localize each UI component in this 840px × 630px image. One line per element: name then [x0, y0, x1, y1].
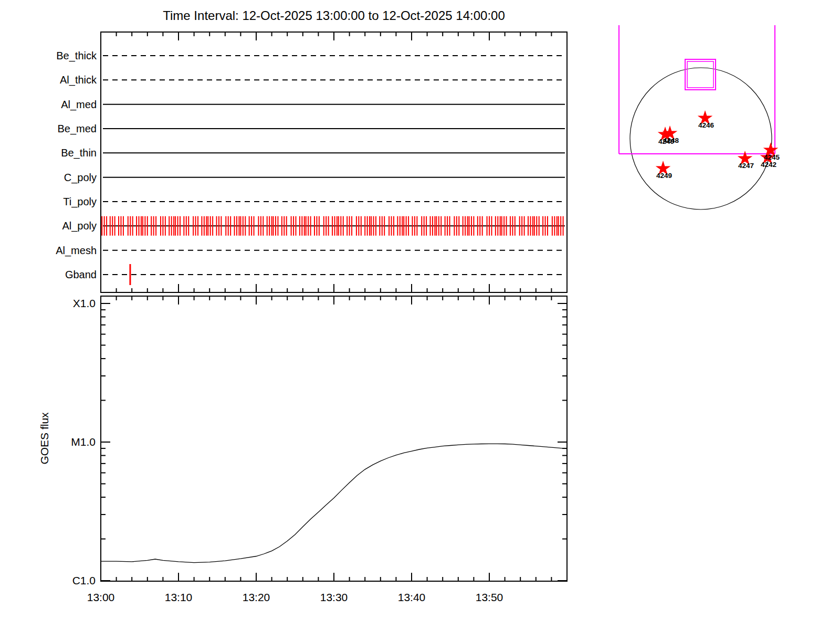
channel-row-C_poly: C_poly: [64, 172, 565, 184]
channel-label-Be_thin: Be_thin: [61, 147, 97, 159]
channel-label-Ti_poly: Ti_poly: [63, 196, 97, 208]
goes-xtick-13:10: 13:10: [165, 591, 193, 603]
channel-row-Be_thin: Be_thin: [61, 147, 565, 159]
channel-row-Be_thick: Be_thick: [56, 50, 565, 62]
fov-box-outer: [685, 59, 716, 90]
goes-ytick-X1.0: X1.0: [73, 297, 96, 309]
plot-svg: Be_thickAl_thickAl_medBe_medBe_thinC_pol…: [0, 0, 840, 630]
timeline-channels: Be_thickAl_thickAl_medBe_medBe_thinC_pol…: [56, 50, 565, 285]
sun-map: 4246424042484249424742424245: [619, 25, 780, 209]
time-axis-ticks: [101, 32, 567, 581]
goes-panel-frame: [101, 296, 567, 581]
channel-row-Al_thick: Al_thick: [60, 74, 565, 86]
ar-label-4248: 4248: [663, 136, 679, 144]
goes-xtick-13:30: 13:30: [320, 591, 348, 603]
channel-row-Ti_poly: Ti_poly: [63, 196, 565, 208]
timeline-panel-frame: [101, 32, 567, 292]
channel-row-Al_mesh: Al_mesh: [56, 245, 565, 257]
ar-label-4246: 4246: [698, 121, 715, 129]
channel-label-Gband: Gband: [65, 269, 97, 280]
active-region-labels: 4246424042484249424742424245: [656, 121, 780, 180]
goes-ytick-M1.0: M1.0: [71, 436, 96, 448]
goes-flux-curve: [101, 444, 567, 562]
xrt-flare-catalog-plot: Time Interval: 12-Oct-2025 13:00:00 to 1…: [0, 0, 840, 630]
fov-box-inner: [687, 61, 713, 88]
goes-ytick-C1.0: C1.0: [72, 574, 96, 586]
channel-label-Al_thick: Al_thick: [60, 74, 97, 86]
goes-y-ticks: [101, 303, 567, 581]
channel-label-Be_med: Be_med: [58, 123, 97, 135]
channel-label-C_poly: C_poly: [64, 172, 97, 184]
ar-label-4242: 4242: [761, 161, 776, 169]
goes-xtick-13:40: 13:40: [398, 591, 426, 603]
ar-label-4247: 4247: [738, 162, 754, 170]
goes-xtick-13:50: 13:50: [476, 591, 503, 603]
solar-limb-circle: [630, 68, 772, 209]
channel-label-Al_mesh: Al_mesh: [56, 245, 97, 257]
channel-row-Al_med: Al_med: [61, 99, 565, 111]
panel-frames: [101, 32, 567, 581]
channel-label-Be_thick: Be_thick: [56, 50, 97, 62]
ar-label-4245: 4245: [764, 153, 780, 161]
goes-x-labels: 13:0013:1013:2013:3013:4013:50: [87, 591, 503, 603]
goes-xtick-13:20: 13:20: [243, 591, 270, 603]
channel-label-Al_med: Al_med: [61, 99, 97, 111]
fov-outline: [619, 25, 775, 154]
goes-ylabel: GOES flux: [38, 412, 50, 465]
channel-row-Al_poly: Al_poly: [62, 216, 565, 236]
goes-xtick-13:00: 13:00: [87, 591, 115, 603]
channel-row-Be_med: Be_med: [58, 123, 565, 135]
channel-row-Gband: Gband: [65, 264, 565, 285]
channel-label-Al_poly: Al_poly: [62, 220, 97, 232]
ar-label-4249: 4249: [656, 172, 672, 180]
